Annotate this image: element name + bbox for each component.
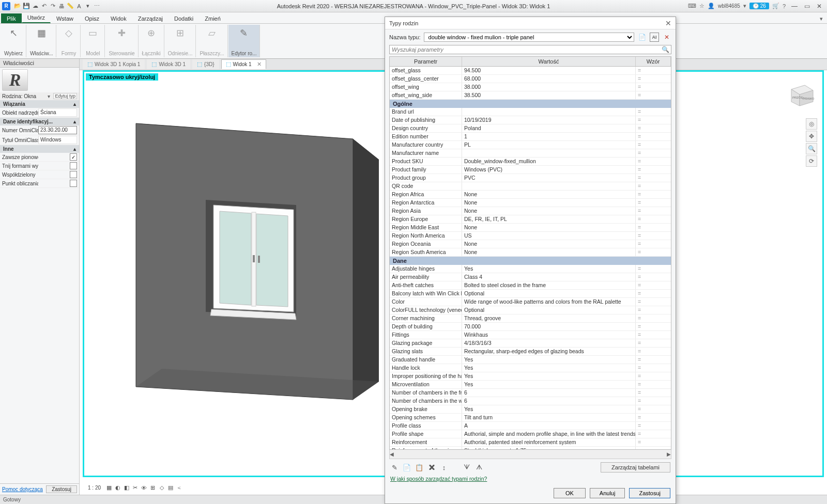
row-value[interactable]: Ściana	[38, 108, 77, 117]
ribbon-group-wlasciwosci[interactable]: ▦Właściw...	[27, 25, 56, 57]
grid-row[interactable]: Region Middle EastNone=	[390, 224, 671, 232]
grid-row[interactable]: Profile shapeAuthorial, simple and moder…	[390, 430, 671, 438]
grid-row[interactable]: Adjustable hingesYes=	[390, 265, 671, 273]
delete-icon[interactable]: 🗙	[427, 463, 436, 471]
grid-row[interactable]: Number of chambers in the frame6=	[390, 389, 671, 397]
grid-row[interactable]: FittingsWinkhaus=	[390, 331, 671, 339]
grid-row[interactable]: Product SKUDouble_window-fixed_mullion=	[390, 158, 671, 166]
view-tab[interactable]: ⬚Widok 3D 1 Kopia 1	[83, 59, 145, 69]
view-tab-active[interactable]: ⬚Widok 1✕	[221, 59, 266, 69]
save-icon[interactable]: 💾	[22, 2, 30, 10]
grid-row[interactable]: Handle lockYes=	[390, 364, 671, 372]
ok-button[interactable]: OK	[554, 488, 586, 498]
open-icon[interactable]: 📂	[13, 2, 22, 10]
grid-row[interactable]: Glazing package4/18/3/16/3=	[390, 339, 671, 348]
pan-icon[interactable]: ✥	[806, 131, 817, 142]
dropdown-icon[interactable]: ▾	[84, 2, 92, 10]
tab-dodatki[interactable]: Dodatki	[169, 13, 199, 23]
user-label[interactable]: wbl84685	[718, 3, 740, 9]
app-logo[interactable]: R	[2, 2, 10, 10]
undo-icon[interactable]: ↶	[40, 2, 48, 10]
orbit-icon[interactable]: ⟳	[806, 155, 817, 167]
view-scale[interactable]: 1 : 20	[88, 485, 101, 491]
nav-cube[interactable]: PRZÓD PRAWO	[785, 79, 815, 109]
grid-row[interactable]: ReinforcementAuthorial, patented steel r…	[390, 438, 671, 447]
keyboard-icon[interactable]: ⌨	[688, 3, 696, 9]
ribbon-collapse-icon[interactable]: ▾	[816, 14, 827, 23]
grid-row[interactable]: offset_wing_side38.500=	[390, 91, 671, 100]
row-value[interactable]: Windows	[38, 136, 77, 144]
apply-button[interactable]: Zastosuj	[46, 485, 77, 493]
user-icon[interactable]: 👤	[708, 3, 715, 9]
sort-asc-icon[interactable]: ᗐ	[463, 463, 471, 471]
dialog-help-link[interactable]: W jaki sposób zarządzać typami rodzin?	[390, 476, 487, 482]
grid-row[interactable]: Balcony latch with Win Click handleOptio…	[390, 290, 671, 298]
grid-row[interactable]: Anti-theft catchesBolted to steel closed…	[390, 281, 671, 290]
search-icon[interactable]: 🔍	[662, 46, 669, 53]
notification-badge[interactable]: 🕐 26	[749, 3, 769, 9]
grid-row[interactable]: Manufacturer countryPL=	[390, 141, 671, 149]
vc-icon[interactable]: ◐	[114, 484, 121, 492]
grid-section[interactable]: Ogólne	[390, 100, 671, 108]
grid-row[interactable]: Product groupPVC=	[390, 174, 671, 182]
col-value[interactable]: Wartość	[462, 57, 636, 66]
section-wiazania[interactable]: Wiązania▴	[0, 100, 79, 108]
grid-row[interactable]: Manufacturer name=	[390, 149, 671, 158]
grid-row[interactable]: Corner machiningThread, groove=	[390, 314, 671, 323]
grid-row[interactable]: ColorFULL technology (veneer on thOption…	[390, 306, 671, 314]
help-link[interactable]: Pomoc dotycząca	[2, 486, 43, 492]
vc-icon[interactable]: ⊞	[149, 484, 157, 492]
tab-zmien[interactable]: Zmień	[199, 13, 226, 23]
grid-row[interactable]: offset_wing38.000=	[390, 83, 671, 91]
print-icon[interactable]: 🖶	[57, 2, 66, 10]
grid-row[interactable]: Design countryPoland=	[390, 124, 671, 133]
grid-row[interactable]: offset_glass_center68.000=	[390, 75, 671, 83]
view-tab[interactable]: ⬚Widok 3D 1	[147, 59, 190, 69]
restore-icon[interactable]: ▭	[801, 2, 813, 11]
minimize-icon[interactable]: —	[789, 2, 800, 11]
copy-icon[interactable]: 📋	[415, 463, 423, 471]
new-type-icon[interactable]: 📄	[637, 33, 647, 42]
ribbon-group-odniesie[interactable]: ⊞Odniesie...	[165, 25, 196, 57]
sort-desc-icon[interactable]: ᗑ	[475, 463, 483, 471]
grid-row[interactable]: Glazing slatsRectangular, sharp-edged ed…	[390, 348, 671, 356]
grid-row[interactable]: Opening schemesTilt and turn=	[390, 414, 671, 422]
grid-row[interactable]: Depth of building70.000=	[390, 323, 671, 331]
redo-icon[interactable]: ↷	[49, 2, 57, 10]
checkbox[interactable]: ✓	[70, 153, 77, 161]
help-icon[interactable]: ?	[783, 3, 786, 9]
tab-opisz[interactable]: Opisz	[79, 13, 105, 23]
view-tab[interactable]: ⬚{3D}	[192, 59, 219, 69]
text-icon[interactable]: A	[75, 2, 83, 10]
move-up-icon[interactable]: ↕	[440, 463, 448, 471]
vc-icon[interactable]: ◇	[158, 484, 165, 492]
sync-icon[interactable]: ☁	[31, 2, 39, 10]
search-input[interactable]	[389, 45, 671, 54]
grid-row[interactable]: Brand url=	[390, 108, 671, 116]
grid-row[interactable]: Region AfricaNone=	[390, 191, 671, 199]
checkbox[interactable]	[70, 162, 77, 169]
row-value[interactable]: 23.30.20.00	[38, 126, 77, 134]
grid-row[interactable]: Graduated handleYes=	[390, 356, 671, 364]
grid-row[interactable]: offset_glass94.500=	[390, 67, 671, 75]
dropdown-icon[interactable]: ▾	[48, 93, 50, 99]
apply-button[interactable]: Zastosuj	[629, 488, 670, 498]
grid-row[interactable]: Date of publishing10/19/2019=	[390, 116, 671, 124]
col-formula[interactable]: Wzór	[636, 57, 671, 66]
tab-wstaw[interactable]: Wstaw	[51, 13, 79, 23]
chevron-down-icon[interactable]: ▾	[743, 3, 746, 9]
ribbon-group-formy[interactable]: ◇Formy	[57, 25, 81, 57]
grid-row[interactable]: Region EuropeDE, FR, IE, IT, PL=	[390, 215, 671, 224]
grid-row[interactable]: Region North AmericaUS=	[390, 232, 671, 240]
type-name-select[interactable]: double window - fixed mulion - triple pa…	[424, 33, 634, 42]
cancel-button[interactable]: Anuluj	[590, 488, 625, 498]
tab-file[interactable]: Plik	[1, 13, 22, 23]
grid-row[interactable]: Opening brakeYes=	[390, 405, 671, 414]
cart-icon[interactable]: 🛒	[772, 3, 779, 9]
grid-row[interactable]: Edition number1=	[390, 133, 671, 141]
star-icon[interactable]: ☆	[699, 3, 705, 9]
close-icon[interactable]: ✕	[814, 2, 825, 11]
measure-icon[interactable]: 📏	[66, 2, 74, 10]
grid-row[interactable]: Reinforcement of the wingSteel thickness…	[390, 447, 671, 449]
vc-icon[interactable]: ▦	[105, 484, 113, 492]
